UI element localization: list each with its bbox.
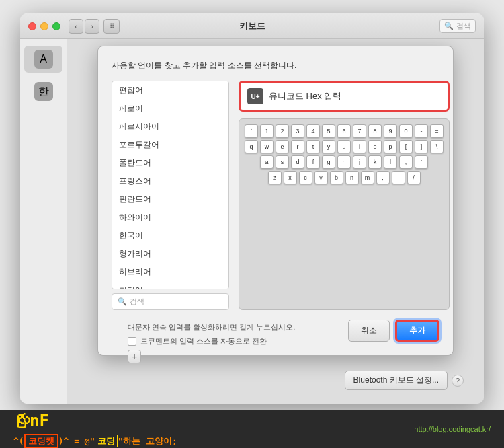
key[interactable]: f [306, 155, 320, 169]
list-item[interactable]: 폴란드어 [112, 154, 228, 172]
key[interactable]: d [291, 155, 304, 169]
key[interactable]: e [276, 140, 289, 153]
dialog-description: 사용할 언어를 찾고 추가할 입력 소스를 선택합니다. [112, 60, 439, 71]
key[interactable]: i [353, 140, 366, 153]
key[interactable]: c [299, 171, 312, 184]
list-item[interactable]: 프랑스어 [112, 172, 228, 190]
key[interactable]: q [245, 140, 258, 153]
traffic-lights [28, 22, 60, 30]
key[interactable]: 3 [291, 124, 304, 138]
sidebar: A 한 [20, 39, 67, 404]
key[interactable]: 2 [276, 124, 289, 138]
keyboard-visual: ` 1 2 3 4 5 6 7 8 9 [239, 118, 450, 310]
key[interactable]: n [345, 171, 359, 184]
main-content: A 한 사용할 언어를 찾고 추가할 입력 소스를 선택합니다. 편잡어 [20, 39, 484, 404]
bluetooth-keyboard-button[interactable]: Bluetooth 키보드 설정... [345, 371, 448, 390]
list-item[interactable]: 한국어 [112, 227, 228, 245]
add-source-button[interactable]: + [128, 350, 141, 363]
key[interactable]: ; [399, 155, 413, 169]
right-panel: U+ 유니코드 Hex 입력 ` 1 2 3 4 [239, 81, 450, 310]
checkbox-row: 도큐멘트의 입력 소스를 자동으로 전환 [128, 336, 470, 346]
key[interactable]: 1 [260, 124, 274, 138]
titlebar: ‹ › ⠿ 키보드 🔍 검색 [20, 13, 484, 39]
sidebar-item-korean[interactable]: 한 [24, 78, 62, 105]
key[interactable]: 5 [322, 124, 335, 138]
search-box[interactable]: 🔍 검색 [439, 19, 476, 33]
key[interactable]: b [330, 171, 343, 184]
key[interactable]: 9 [384, 124, 397, 138]
list-item[interactable]: 힌디어 [112, 281, 228, 289]
search-icon: 🔍 [444, 22, 454, 30]
maximize-button[interactable] [52, 22, 60, 30]
key[interactable]: g [322, 155, 335, 169]
key[interactable]: \ [430, 140, 444, 153]
key[interactable]: 4 [306, 124, 320, 138]
key[interactable]: s [276, 155, 289, 169]
key[interactable]: m [361, 171, 374, 184]
key[interactable]: ` [245, 124, 258, 138]
list-item[interactable]: 편잡어 [112, 81, 228, 100]
list-search-placeholder: 검색 [130, 297, 144, 307]
key[interactable]: , [376, 171, 390, 184]
key[interactable]: z [268, 171, 282, 184]
key[interactable]: y [322, 140, 335, 153]
key[interactable]: p [384, 140, 397, 153]
list-item[interactable]: 히브리어 [112, 263, 228, 281]
key[interactable]: j [353, 155, 366, 169]
key[interactable]: ] [415, 140, 428, 153]
unicode-option[interactable]: U+ 유니코드 Hex 입력 [239, 81, 450, 112]
unicode-icon: U+ [247, 88, 263, 104]
key-row-3: a s d f g h j k l ; [245, 155, 444, 169]
content-area: 사용할 언어를 찾고 추가할 입력 소스를 선택합니다. 편잡어 페로어 페르시… [67, 39, 484, 404]
key[interactable]: t [306, 140, 320, 153]
unicode-label: 유니코드 Hex 입력 [269, 90, 341, 102]
caps-info-text: 대문자 연속 입력롤 활성화하려면 길게 누르십시오. [128, 322, 470, 332]
help-button[interactable]: ? [452, 375, 464, 387]
key[interactable]: v [314, 171, 328, 184]
add-input-source-dialog: 사용할 언어를 찾고 추가할 입력 소스를 선택합니다. 편잡어 페로어 페르시… [97, 46, 454, 356]
key-row-2: q w e r t y u i o p [245, 140, 444, 153]
key[interactable]: - [415, 124, 428, 138]
watermark-url: http://blog.codingcat.kr/ [414, 425, 491, 433]
watermark-left: ꩺnF ^(코딩캣)^ = @"코딩"하는 고양이; [13, 412, 177, 447]
key[interactable]: h [337, 155, 351, 169]
key[interactable]: = [430, 124, 444, 138]
key[interactable]: [ [399, 140, 413, 153]
key[interactable]: / [407, 171, 421, 184]
grid-button[interactable]: ⠿ [103, 19, 120, 34]
key-row-4: z x c v b n m , . / [245, 171, 444, 184]
list-item[interactable]: 포르투갈어 [112, 136, 228, 154]
key[interactable]: l [384, 155, 397, 169]
dialog-overlay: 사용할 언어를 찾고 추가할 입력 소스를 선택합니다. 편잡어 페로어 페르시… [67, 39, 484, 404]
forward-button[interactable]: › [85, 19, 99, 34]
window-title: 키보드 [239, 20, 265, 32]
list-item[interactable]: 하와이어 [112, 209, 228, 227]
key[interactable]: 7 [353, 124, 366, 138]
list-item[interactable]: 헝가리어 [112, 245, 228, 263]
list-item[interactable]: 핀란드어 [112, 190, 228, 209]
list-item[interactable]: 페로어 [112, 100, 228, 118]
key[interactable]: 6 [337, 124, 351, 138]
back-button[interactable]: ‹ [69, 19, 83, 34]
key[interactable]: . [392, 171, 405, 184]
key[interactable]: k [368, 155, 382, 169]
watermark-right: http://blog.codingcat.kr/ [414, 425, 491, 433]
search-label: 검색 [456, 21, 471, 31]
auto-switch-checkbox[interactable] [128, 337, 136, 346]
list-search[interactable]: 🔍 검색 [112, 293, 229, 310]
key[interactable]: x [284, 171, 297, 184]
list-search-icon: 🔍 [118, 297, 127, 306]
key[interactable]: r [291, 140, 304, 153]
minimize-button[interactable] [40, 22, 48, 30]
key[interactable]: 0 [399, 124, 413, 138]
key[interactable]: 8 [368, 124, 382, 138]
key[interactable]: a [260, 155, 274, 169]
sidebar-icon-a: A [34, 50, 53, 69]
key[interactable]: u [337, 140, 351, 153]
key[interactable]: w [260, 140, 274, 153]
key[interactable]: o [368, 140, 382, 153]
close-button[interactable] [28, 22, 36, 30]
sidebar-item-a[interactable]: A [24, 46, 62, 73]
list-item[interactable]: 페르시아어 [112, 118, 228, 136]
key[interactable]: ' [415, 155, 428, 169]
